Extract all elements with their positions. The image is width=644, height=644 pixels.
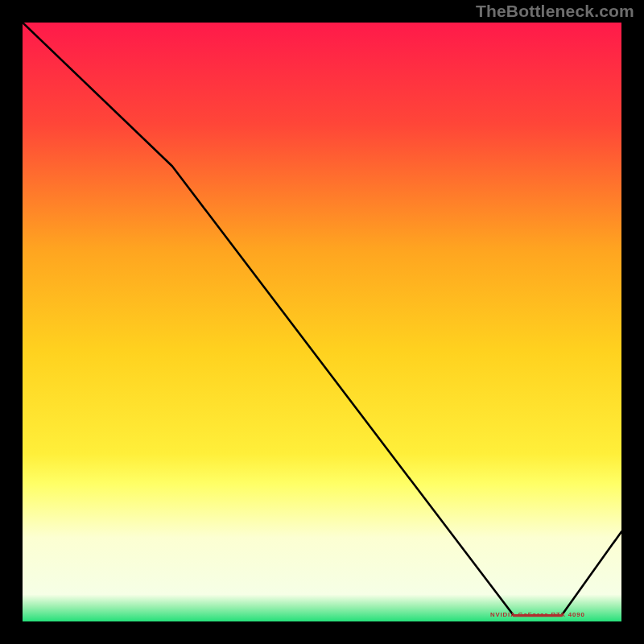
watermark: TheBottleneck.com <box>476 2 634 21</box>
plot-area: NVIDIA GeForce RTX 4090 <box>23 23 621 621</box>
chart-container: TheBottleneck.com <box>0 0 644 644</box>
series-line <box>23 23 621 616</box>
chart-line-layer <box>23 23 621 621</box>
